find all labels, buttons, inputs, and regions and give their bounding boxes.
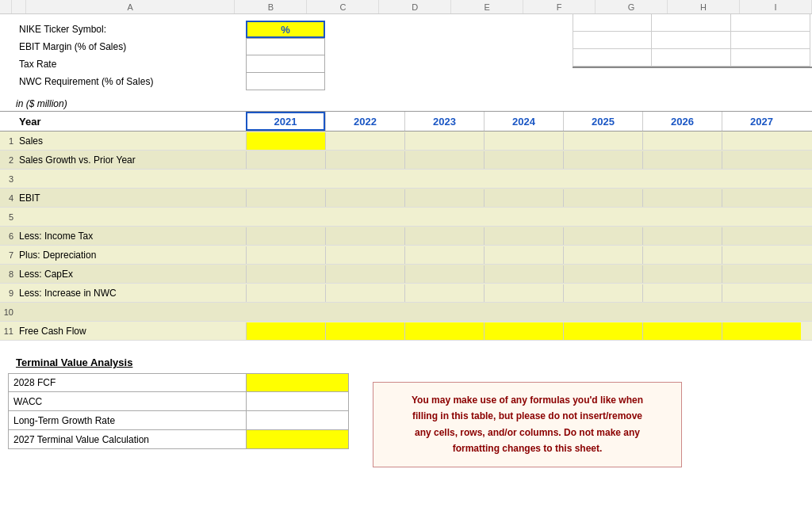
terminal-value-calc-cell[interactable]	[247, 430, 348, 448]
fcf-2027-cell[interactable]	[722, 322, 801, 340]
row-num-11: 11	[0, 326, 16, 336]
capex-2021-cell[interactable]	[246, 265, 325, 283]
row-label-nwc-increase: Less: Increase in NWC	[16, 288, 246, 299]
top-grid-g1	[573, 14, 652, 32]
sales-growth-2026-cell[interactable]	[642, 151, 722, 169]
income-tax-2023-cell[interactable]	[404, 227, 484, 245]
nwc-increase-2021-cell[interactable]	[246, 284, 325, 302]
top-grid-g3	[573, 49, 652, 67]
capex-2027-cell[interactable]	[722, 265, 801, 283]
year-2026[interactable]: 2026	[642, 112, 722, 131]
terminal-wacc-cell[interactable]	[247, 392, 348, 410]
fcf-2026-cell[interactable]	[642, 322, 722, 340]
fcf-2022-cell[interactable]	[325, 322, 404, 340]
terminal-row-label-1: WACC	[9, 392, 247, 410]
nwc-cell[interactable]	[246, 73, 325, 90]
ebit-margin-cell[interactable]	[246, 38, 325, 55]
top-grid-i3	[731, 49, 810, 67]
nwc-increase-2026-cell[interactable]	[642, 284, 722, 302]
terminal-row-label-0: 2028 FCF	[9, 374, 247, 391]
depreciation-2021-cell[interactable]	[246, 246, 325, 264]
income-tax-2022-cell[interactable]	[325, 227, 404, 245]
million-header: in ($ million)	[0, 93, 812, 111]
depreciation-2023-cell[interactable]	[404, 246, 484, 264]
sales-growth-2022-cell[interactable]	[325, 151, 404, 169]
tax-rate-cell[interactable]	[246, 55, 325, 73]
sales-2022-cell[interactable]	[325, 132, 404, 150]
fcf-2021-cell[interactable]	[246, 322, 325, 340]
sales-growth-2024-cell[interactable]	[484, 151, 563, 169]
sales-2025-cell[interactable]	[563, 132, 642, 150]
year-2027[interactable]: 2027	[722, 112, 801, 131]
ebit-2027-cell[interactable]	[722, 189, 801, 207]
ebit-margin-label: EBIT Margin (% of Sales)	[16, 41, 246, 52]
fcf-2024-cell[interactable]	[484, 322, 563, 340]
capex-2023-cell[interactable]	[404, 265, 484, 283]
capex-2024-cell[interactable]	[484, 265, 563, 283]
ebit-2026-cell[interactable]	[642, 189, 722, 207]
nwc-label: NWC Requirement (% of Sales)	[16, 76, 246, 87]
sales-2027-cell[interactable]	[722, 132, 801, 150]
sales-growth-2023-cell[interactable]	[404, 151, 484, 169]
ebit-2025-cell[interactable]	[563, 189, 642, 207]
nwc-increase-2024-cell[interactable]	[484, 284, 563, 302]
row-num-8: 8	[0, 269, 16, 279]
depreciation-2025-cell[interactable]	[563, 246, 642, 264]
ebit-2022-cell[interactable]	[325, 189, 404, 207]
top-grid-h3	[652, 49, 731, 67]
year-2025[interactable]: 2025	[563, 112, 642, 131]
col-header-g: G	[596, 0, 668, 13]
fcf-2025-cell[interactable]	[563, 322, 642, 340]
row-num-7: 7	[0, 250, 16, 260]
income-tax-2026-cell[interactable]	[642, 227, 722, 245]
col-header-f: F	[523, 0, 596, 13]
fcf-2023-cell[interactable]	[404, 322, 484, 340]
notice-line1: You may make use of any formulas you'd l…	[412, 395, 643, 406]
nwc-increase-2027-cell[interactable]	[722, 284, 801, 302]
nwc-increase-2025-cell[interactable]	[563, 284, 642, 302]
row-label-ebit: EBIT	[16, 193, 246, 204]
terminal-growth-cell[interactable]	[247, 411, 348, 429]
sales-growth-2027-cell[interactable]	[722, 151, 801, 169]
top-grid-separator	[573, 67, 812, 68]
terminal-2028-fcf-cell[interactable]	[247, 374, 348, 391]
row-label-income-tax: Less: Income Tax	[16, 231, 246, 242]
nwc-increase-2023-cell[interactable]	[404, 284, 484, 302]
top-grid-g2	[573, 32, 652, 49]
col-header-c: C	[307, 0, 379, 13]
col-header-i: I	[740, 0, 812, 13]
sales-2023-cell[interactable]	[404, 132, 484, 150]
year-2022[interactable]: 2022	[325, 112, 404, 131]
ebit-2023-cell[interactable]	[404, 189, 484, 207]
sales-growth-2021-cell[interactable]	[246, 151, 325, 169]
nwc-increase-2022-cell[interactable]	[325, 284, 404, 302]
year-2023[interactable]: 2023	[404, 112, 484, 131]
nike-ticker-label: NIKE Ticker Symbol:	[16, 24, 246, 35]
sales-growth-2025-cell[interactable]	[563, 151, 642, 169]
ebit-2024-cell[interactable]	[484, 189, 563, 207]
ebit-2021-cell[interactable]	[246, 189, 325, 207]
income-tax-2025-cell[interactable]	[563, 227, 642, 245]
depreciation-2026-cell[interactable]	[642, 246, 722, 264]
year-2021[interactable]: 2021	[246, 112, 325, 131]
col-header-rownums	[12, 0, 26, 13]
depreciation-2022-cell[interactable]	[325, 246, 404, 264]
row-num-2: 2	[0, 155, 16, 165]
sales-2026-cell[interactable]	[642, 132, 722, 150]
col-header-h: H	[668, 0, 740, 13]
capex-2025-cell[interactable]	[563, 265, 642, 283]
capex-2026-cell[interactable]	[642, 265, 722, 283]
row-label-sales: Sales	[16, 135, 246, 147]
depreciation-2024-cell[interactable]	[484, 246, 563, 264]
sales-2024-cell[interactable]	[484, 132, 563, 150]
year-2024[interactable]: 2024	[484, 112, 563, 131]
nike-ticker-cell[interactable]: %	[246, 21, 325, 38]
income-tax-2021-cell[interactable]	[246, 227, 325, 245]
col-header-e: E	[451, 0, 523, 13]
sales-2021-cell[interactable]	[246, 132, 325, 150]
row-num-10: 10	[0, 307, 16, 317]
income-tax-2024-cell[interactable]	[484, 227, 563, 245]
depreciation-2027-cell[interactable]	[722, 246, 801, 264]
capex-2022-cell[interactable]	[325, 265, 404, 283]
income-tax-2027-cell[interactable]	[722, 227, 801, 245]
